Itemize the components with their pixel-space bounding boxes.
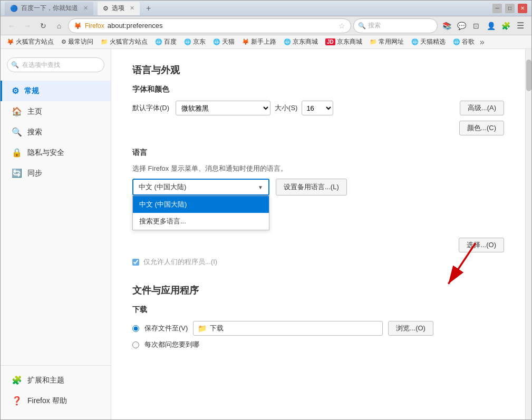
back-button[interactable]: ←: [5, 19, 18, 33]
scrollbar-thumb[interactable]: [526, 60, 531, 91]
maximize-button[interactable]: □: [505, 4, 515, 13]
set-fallback-button[interactable]: 设置备用语言...(L): [276, 179, 347, 196]
browser-window: 🔵 百度一下，你就知道 ✕ ⚙ 选项 ✕ + ─ □ ✕ ← → ↻ ⌂ 🦊 F…: [0, 0, 532, 420]
sidebar: 🔍 ⚙ 常规 🏠 主页 🔍 搜索 🔒 隐私与安全 🔄 同步: [1, 49, 111, 419]
bookmark-tmall2-icon: 🌐: [411, 38, 419, 45]
home-icon: 🏠: [12, 106, 22, 116]
bookmark-jdmall1[interactable]: 🌐 京东商城: [280, 36, 321, 47]
tab-options[interactable]: ⚙ 选项 ✕: [98, 2, 140, 15]
address-text: about:preferences: [108, 22, 335, 30]
folder-icon: 📁: [198, 324, 207, 333]
bookmark-tmall-label: 天猫: [222, 37, 235, 46]
bookmark-baidu[interactable]: 🌐 百度: [152, 36, 180, 47]
tab-options-close[interactable]: ✕: [130, 5, 134, 12]
sidebar-search-container: 🔍: [7, 57, 104, 72]
forward-button[interactable]: →: [21, 19, 34, 33]
bookmark-google[interactable]: 🌐 谷歌: [450, 36, 478, 47]
sidebar-item-general[interactable]: ⚙ 常规: [1, 81, 111, 101]
bookmarks-more-button[interactable]: »: [480, 37, 485, 47]
bookmark-jdmall2[interactable]: JD 京东商城: [322, 36, 365, 47]
tab-baidu[interactable]: 🔵 百度一下，你就知道 ✕: [5, 2, 93, 15]
font-select[interactable]: 微软雅黑: [176, 101, 270, 115]
save-to-radio[interactable]: [132, 325, 139, 332]
bookmark-frequent[interactable]: ⚙ 最常访问: [58, 36, 96, 47]
language-title: 语言: [132, 148, 504, 158]
bookmark-common-icon: 📁: [370, 38, 377, 45]
home-button[interactable]: ⌂: [52, 19, 66, 33]
checkbox-label: 仅允许人们的程序员...(I): [143, 257, 217, 267]
bookmarks-bar: 🦊 火狐官方站点 ⚙ 最常访问 📁 火狐官方站点 🌐 百度 🌐 京东 🌐 天猫 …: [1, 35, 531, 49]
ask-each-time-radio[interactable]: [132, 341, 139, 348]
bookmark-jd[interactable]: 🌐 京东: [181, 36, 209, 47]
main-area: 🔍 ⚙ 常规 🏠 主页 🔍 搜索 🔒 隐私与安全 🔄 同步: [1, 49, 531, 419]
screen-icon[interactable]: ⊡: [469, 19, 483, 33]
tab-add-button[interactable]: +: [146, 4, 151, 13]
files-title: 文件与应用程序: [132, 284, 504, 297]
addons-icon[interactable]: 🧩: [499, 19, 512, 33]
allow-checkbox[interactable]: [132, 259, 139, 266]
lang-dropdown-container: 中文 (中国大陆) ▼ 中文 (中国大陆) 搜索更多语言...: [132, 179, 269, 196]
bookmark-newbie[interactable]: 🦊 新手上路: [239, 36, 279, 47]
sidebar-item-home[interactable]: 🏠 主页: [1, 101, 111, 122]
download-path-display: 📁 下载: [193, 321, 383, 336]
download-row: 保存文件至(V) 📁 下载 浏览...(O): [132, 321, 504, 336]
lang-option-chinese[interactable]: 中文 (中国大陆): [133, 196, 269, 213]
menu-button[interactable]: ☰: [514, 19, 527, 33]
sidebar-item-sync[interactable]: 🔄 同步: [1, 163, 111, 183]
color-button[interactable]: 颜色...(C): [459, 121, 504, 135]
font-select-wrapper: 微软雅黑 大小(S) 16: [176, 101, 453, 115]
bookmark-jd-icon: 🌐: [184, 38, 191, 45]
color-btn-row: 颜色...(C): [132, 121, 504, 135]
window-controls: ─ □ ✕: [492, 4, 527, 13]
reload-button[interactable]: ↻: [36, 19, 50, 33]
bookmark-star-icon[interactable]: ☆: [338, 22, 345, 30]
scrollbar[interactable]: [525, 49, 531, 419]
lang-select-value: 中文 (中国大陆): [139, 182, 186, 192]
search-bar[interactable]: 🔍 搜索: [353, 18, 438, 33]
bookmark-jd-label: 京东: [193, 37, 206, 46]
nav-bar: ← → ↻ ⌂ 🦊 Firefox about:preferences ☆ 🔍 …: [1, 16, 531, 35]
minimize-button[interactable]: ─: [492, 4, 502, 13]
bookmark-jdmall2-label: 京东商城: [337, 37, 362, 46]
browse-button[interactable]: 浏览...(O): [388, 321, 433, 336]
size-select[interactable]: 16: [302, 101, 333, 115]
font-color-title: 字体和颜色: [132, 85, 504, 94]
bookmark-huxiao2-label: 火狐官方站点: [110, 37, 148, 46]
font-row: 默认字体(D) 微软雅黑 大小(S) 16 高级...(A): [132, 101, 504, 115]
bookmark-huxiao2[interactable]: 📁 火狐官方站点: [98, 36, 151, 47]
sidebar-item-sync-label: 同步: [27, 169, 42, 178]
tab-baidu-close[interactable]: ✕: [83, 5, 88, 12]
bookmark-tmall[interactable]: 🌐 天猫: [210, 36, 238, 47]
sidebar-item-extensions[interactable]: 🧩 扩展和主题: [1, 370, 111, 390]
chat-icon[interactable]: 💬: [454, 19, 468, 33]
sidebar-search-input[interactable]: [7, 57, 104, 72]
lang-select-button[interactable]: 中文 (中国大陆) ▼: [132, 179, 269, 196]
bookmark-common[interactable]: 📁 常用网址: [366, 36, 407, 47]
bookmark-huxiao[interactable]: 🦊 火狐官方站点: [4, 36, 57, 47]
bookmarks-icon[interactable]: 📚: [440, 19, 453, 33]
language-desc: 选择 Firefox 显示菜单、消息和通知时使用的语言。: [132, 164, 504, 173]
dropdown-arrow-icon: ▼: [258, 184, 263, 190]
bookmark-tmall2[interactable]: 🌐 天猫精选: [408, 36, 449, 47]
account-icon[interactable]: 👤: [484, 19, 498, 33]
sidebar-item-search-label: 搜索: [27, 128, 42, 137]
bookmark-tmall2-label: 天猫精选: [420, 37, 446, 46]
lang-option-more[interactable]: 搜索更多语言...: [133, 213, 269, 230]
content-area: 语言与外观 字体和颜色 默认字体(D) 微软雅黑 大小(S) 16 高级...(…: [111, 49, 525, 419]
bookmark-folder-icon: 📁: [101, 38, 108, 45]
choose-button[interactable]: 选择...(O): [459, 238, 504, 252]
sidebar-item-extensions-label: 扩展和主题: [27, 376, 64, 385]
sidebar-item-privacy[interactable]: 🔒 隐私与安全: [1, 142, 111, 163]
close-button[interactable]: ✕: [518, 4, 527, 13]
sidebar-item-help-label: Firefox 帮助: [27, 396, 67, 406]
sidebar-item-help[interactable]: ❓ Firefox 帮助: [1, 390, 111, 411]
advanced-button[interactable]: 高级...(A): [460, 101, 504, 115]
language-row: 中文 (中国大陆) ▼ 中文 (中国大陆) 搜索更多语言...: [132, 179, 504, 196]
sidebar-item-search[interactable]: 🔍 搜索: [1, 122, 111, 142]
download-path-text: 下载: [210, 324, 224, 333]
address-bar[interactable]: 🦊 Firefox about:preferences ☆: [68, 18, 351, 33]
bookmark-jdmall2-icon: JD: [325, 38, 335, 45]
bookmark-jdmall1-label: 京东商城: [293, 37, 318, 46]
firefox-label: Firefox: [85, 22, 104, 30]
ask-each-time-label: 每次都问您要到哪: [144, 340, 199, 349]
